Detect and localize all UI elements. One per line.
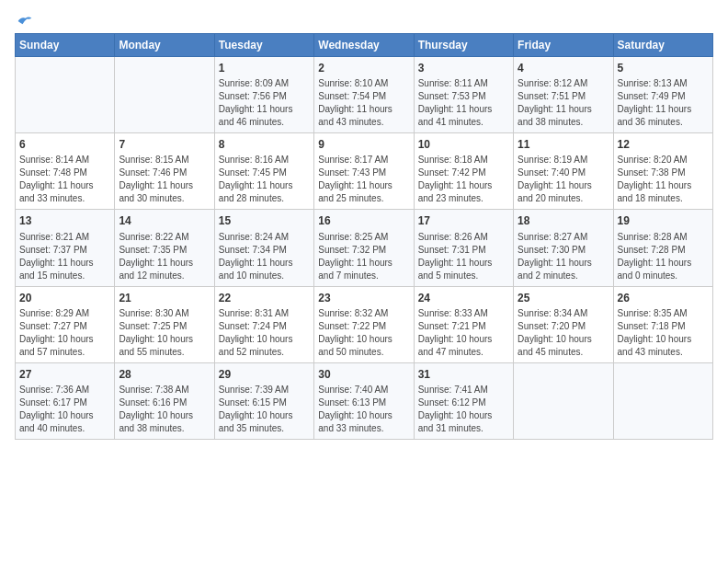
calendar-cell: 11Sunrise: 8:19 AMSunset: 7:40 PMDayligh… [514,133,613,210]
day-content: Sunrise: 7:40 AMSunset: 6:13 PMDaylight:… [318,384,409,435]
calendar-cell: 3Sunrise: 8:11 AMSunset: 7:53 PMDaylight… [414,57,513,133]
calendar-cell: 17Sunrise: 8:26 AMSunset: 7:31 PMDayligh… [414,210,513,286]
day-number: 26 [618,291,709,305]
calendar-cell: 5Sunrise: 8:13 AMSunset: 7:49 PMDaylight… [613,57,712,133]
day-content: Sunrise: 8:35 AMSunset: 7:18 PMDaylight:… [618,307,709,359]
calendar-week-3: 13Sunrise: 8:21 AMSunset: 7:37 PMDayligh… [16,210,713,286]
calendar-week-2: 6Sunrise: 8:14 AMSunset: 7:48 PMDaylight… [16,133,713,210]
day-number: 29 [219,367,310,382]
day-number: 21 [119,291,210,305]
calendar-cell: 9Sunrise: 8:17 AMSunset: 7:43 PMDaylight… [314,133,414,210]
day-number: 1 [219,61,310,75]
day-content: Sunrise: 8:28 AMSunset: 7:28 PMDaylight:… [618,231,709,282]
calendar-cell: 29Sunrise: 7:39 AMSunset: 6:15 PMDayligh… [214,362,313,439]
calendar-cell: 25Sunrise: 8:34 AMSunset: 7:20 PMDayligh… [514,286,613,362]
day-number: 14 [119,213,210,228]
day-content: Sunrise: 8:33 AMSunset: 7:21 PMDaylight:… [418,307,509,359]
day-number: 28 [119,367,210,382]
day-content: Sunrise: 8:17 AMSunset: 7:43 PMDaylight:… [318,154,409,205]
header-cell-friday: Friday [514,34,613,57]
day-number: 27 [19,367,110,382]
day-content: Sunrise: 8:24 AMSunset: 7:34 PMDaylight:… [219,231,310,282]
day-number: 22 [219,291,310,305]
calendar-cell: 22Sunrise: 8:31 AMSunset: 7:24 PMDayligh… [214,286,313,362]
header-cell-thursday: Thursday [414,34,513,57]
day-number: 3 [418,61,509,75]
day-content: Sunrise: 8:15 AMSunset: 7:46 PMDaylight:… [119,154,210,205]
calendar-cell: 2Sunrise: 8:10 AMSunset: 7:54 PMDaylight… [314,57,414,133]
header-cell-wednesday: Wednesday [314,34,414,57]
calendar-cell: 28Sunrise: 7:38 AMSunset: 6:16 PMDayligh… [115,362,214,439]
day-content: Sunrise: 8:30 AMSunset: 7:25 PMDaylight:… [119,307,210,359]
day-content: Sunrise: 7:41 AMSunset: 6:12 PMDaylight:… [418,384,509,435]
day-number: 9 [318,137,409,152]
calendar-cell: 20Sunrise: 8:29 AMSunset: 7:27 PMDayligh… [16,286,115,362]
calendar-cell: 1Sunrise: 8:09 AMSunset: 7:56 PMDaylight… [214,57,313,133]
day-content: Sunrise: 8:19 AMSunset: 7:40 PMDaylight:… [518,154,609,205]
day-content: Sunrise: 8:09 AMSunset: 7:56 PMDaylight:… [219,77,310,129]
day-content: Sunrise: 7:39 AMSunset: 6:15 PMDaylight:… [219,384,310,435]
calendar-cell: 6Sunrise: 8:14 AMSunset: 7:48 PMDaylight… [16,133,115,210]
day-number: 16 [318,213,409,228]
calendar-cell: 8Sunrise: 8:16 AMSunset: 7:45 PMDaylight… [214,133,313,210]
day-content: Sunrise: 8:31 AMSunset: 7:24 PMDaylight:… [219,307,310,359]
calendar-cell: 30Sunrise: 7:40 AMSunset: 6:13 PMDayligh… [314,362,414,439]
calendar-cell: 7Sunrise: 8:15 AMSunset: 7:46 PMDaylight… [115,133,214,210]
day-content: Sunrise: 8:16 AMSunset: 7:45 PMDaylight:… [219,154,310,205]
day-content: Sunrise: 8:11 AMSunset: 7:53 PMDaylight:… [418,77,509,129]
day-number: 11 [518,137,609,152]
calendar-cell: 21Sunrise: 8:30 AMSunset: 7:25 PMDayligh… [115,286,214,362]
header-cell-tuesday: Tuesday [214,34,313,57]
day-content: Sunrise: 8:20 AMSunset: 7:38 PMDaylight:… [618,154,709,205]
calendar-week-1: 1Sunrise: 8:09 AMSunset: 7:56 PMDaylight… [16,57,713,133]
day-number: 5 [618,61,709,75]
header-cell-sunday: Sunday [16,34,115,57]
day-content: Sunrise: 8:22 AMSunset: 7:35 PMDaylight:… [119,231,210,282]
day-number: 18 [518,213,609,228]
day-content: Sunrise: 8:26 AMSunset: 7:31 PMDaylight:… [418,231,509,282]
day-number: 17 [418,213,509,228]
day-number: 8 [219,137,310,152]
day-number: 30 [318,367,409,382]
day-content: Sunrise: 8:10 AMSunset: 7:54 PMDaylight:… [318,77,409,129]
calendar-cell [514,362,613,439]
day-content: Sunrise: 8:27 AMSunset: 7:30 PMDaylight:… [518,231,609,282]
calendar-cell: 31Sunrise: 7:41 AMSunset: 6:12 PMDayligh… [414,362,513,439]
day-number: 6 [19,137,110,152]
day-content: Sunrise: 8:34 AMSunset: 7:20 PMDaylight:… [518,307,609,359]
day-number: 15 [219,213,310,228]
day-number: 23 [318,291,409,305]
day-content: Sunrise: 7:36 AMSunset: 6:17 PMDaylight:… [19,384,110,435]
day-number: 10 [418,137,509,152]
calendar-cell: 23Sunrise: 8:32 AMSunset: 7:22 PMDayligh… [314,286,414,362]
header-cell-monday: Monday [115,34,214,57]
calendar-cell: 10Sunrise: 8:18 AMSunset: 7:42 PMDayligh… [414,133,513,210]
logo [15,15,33,28]
calendar-header-row: SundayMondayTuesdayWednesdayThursdayFrid… [16,34,713,57]
day-content: Sunrise: 8:18 AMSunset: 7:42 PMDaylight:… [418,154,509,205]
page-header [15,15,713,28]
day-content: Sunrise: 8:14 AMSunset: 7:48 PMDaylight:… [19,154,110,205]
day-number: 7 [119,137,210,152]
day-number: 19 [618,213,709,228]
calendar-cell [613,362,712,439]
day-number: 4 [518,61,609,75]
calendar-body: 1Sunrise: 8:09 AMSunset: 7:56 PMDaylight… [16,57,713,440]
day-content: Sunrise: 8:25 AMSunset: 7:32 PMDaylight:… [318,231,409,282]
calendar-cell [115,57,214,133]
day-number: 2 [318,61,409,75]
calendar-cell: 24Sunrise: 8:33 AMSunset: 7:21 PMDayligh… [414,286,513,362]
calendar-cell: 12Sunrise: 8:20 AMSunset: 7:38 PMDayligh… [613,133,712,210]
day-number: 13 [19,213,110,228]
day-content: Sunrise: 7:38 AMSunset: 6:16 PMDaylight:… [119,384,210,435]
calendar-cell: 4Sunrise: 8:12 AMSunset: 7:51 PMDaylight… [514,57,613,133]
day-content: Sunrise: 8:13 AMSunset: 7:49 PMDaylight:… [618,77,709,129]
logo-bird-icon [17,15,33,28]
day-content: Sunrise: 8:12 AMSunset: 7:51 PMDaylight:… [518,77,609,129]
calendar-cell: 19Sunrise: 8:28 AMSunset: 7:28 PMDayligh… [613,210,712,286]
calendar-week-5: 27Sunrise: 7:36 AMSunset: 6:17 PMDayligh… [16,362,713,439]
calendar-week-4: 20Sunrise: 8:29 AMSunset: 7:27 PMDayligh… [16,286,713,362]
day-content: Sunrise: 8:29 AMSunset: 7:27 PMDaylight:… [19,307,110,359]
calendar-cell: 16Sunrise: 8:25 AMSunset: 7:32 PMDayligh… [314,210,414,286]
calendar-cell: 18Sunrise: 8:27 AMSunset: 7:30 PMDayligh… [514,210,613,286]
